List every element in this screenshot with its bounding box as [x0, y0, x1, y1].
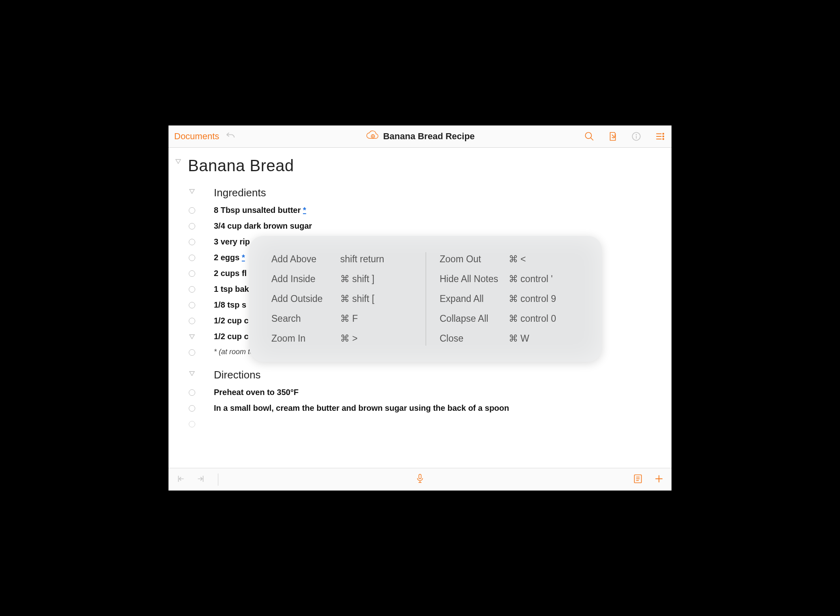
shortcut-label: Expand All — [440, 293, 509, 304]
shortcut-label: Zoom Out — [440, 254, 509, 265]
shortcut-row: Search ⌘ F — [271, 313, 412, 324]
app-cloud-icon[interactable] — [365, 129, 379, 144]
footnote-link[interactable]: * — [303, 206, 306, 215]
disclosure-triangle-icon[interactable] — [188, 187, 196, 195]
section-heading[interactable]: Directions — [202, 369, 261, 381]
bullet-handle-icon[interactable] — [188, 317, 196, 325]
shortcut-keys: ⌘ control ' — [509, 274, 553, 285]
shortcut-keys: ⌘ shift ] — [340, 274, 374, 285]
svg-point-1 — [585, 132, 591, 138]
shortcut-label: Collapse All — [440, 313, 509, 324]
shortcut-label: Add Outside — [271, 293, 340, 304]
svg-marker-10 — [176, 159, 181, 164]
undo-icon[interactable] — [225, 130, 236, 143]
item-label: 2 eggs — [214, 253, 242, 262]
shortcut-label: Close — [440, 333, 509, 344]
bullet-handle-icon[interactable] — [188, 270, 196, 278]
disclosure-triangle-icon[interactable] — [188, 333, 196, 341]
list-item[interactable]: 8 Tbsp unsalted butter * — [174, 203, 666, 217]
shortcut-row: Add Outside ⌘ shift [ — [271, 293, 412, 304]
section-heading[interactable]: Ingredients — [202, 187, 266, 199]
bottom-toolbar — [168, 468, 672, 491]
bullet-handle-icon[interactable] — [188, 420, 196, 428]
shortcut-row: Zoom Out ⌘ < — [440, 254, 580, 265]
shortcut-keys: ⌘ F — [340, 313, 358, 324]
shortcut-row: Close ⌘ W — [440, 333, 580, 344]
footnote-link[interactable]: * — [242, 253, 245, 262]
item-text[interactable]: 2 eggs * — [202, 253, 245, 262]
list-item[interactable]: In a small bowl, cream the butter and br… — [174, 401, 666, 415]
documents-button[interactable]: Documents — [174, 131, 219, 142]
top-toolbar: Documents Banana Bread Recipe — [168, 125, 672, 148]
svg-marker-13 — [190, 372, 194, 376]
list-item[interactable]: 3/4 cup dark brown sugar — [174, 219, 666, 233]
outline-title[interactable]: Banana Bread — [188, 157, 294, 174]
svg-marker-12 — [190, 335, 194, 339]
keyboard-shortcuts-overlay: Add Above shift return Add Inside ⌘ shif… — [249, 236, 602, 362]
svg-point-3 — [636, 134, 636, 135]
item-label: 8 Tbsp unsalted butter — [214, 206, 303, 215]
app-window: Documents Banana Bread Recipe — [163, 120, 677, 496]
svg-marker-11 — [190, 189, 194, 193]
shortcut-keys: ⌘ > — [340, 333, 358, 344]
shortcuts-column-right: Zoom Out ⌘ < Hide All Notes ⌘ control ' … — [440, 254, 580, 344]
shortcut-row: Hide All Notes ⌘ control ' — [440, 274, 580, 285]
list-item[interactable]: Preheat oven to 350°F — [174, 385, 666, 399]
shortcut-label: Hide All Notes — [440, 274, 509, 285]
section-row-ingredients[interactable]: Ingredients — [174, 184, 666, 202]
list-item[interactable] — [174, 417, 666, 431]
disclosure-triangle-icon[interactable] — [188, 370, 196, 378]
shortcut-row: Zoom In ⌘ > — [271, 333, 412, 344]
item-text[interactable]: 3 very rip — [202, 237, 250, 246]
svg-rect-14 — [419, 474, 421, 478]
item-text[interactable]: 8 Tbsp unsalted butter * — [202, 206, 306, 215]
bullet-handle-icon[interactable] — [188, 301, 196, 309]
bullet-handle-icon[interactable] — [188, 222, 196, 230]
more-menu-icon[interactable] — [654, 130, 666, 142]
shortcut-keys: ⌘ control 9 — [509, 293, 556, 304]
shortcut-row: Add Inside ⌘ shift ] — [271, 274, 412, 285]
disclosure-triangle-icon[interactable] — [174, 157, 182, 166]
shortcut-label: Add Inside — [271, 274, 340, 285]
bullet-handle-icon[interactable] — [188, 254, 196, 262]
item-text[interactable]: 1/8 tsp s — [202, 300, 246, 310]
shortcut-row: Add Above shift return — [271, 254, 412, 265]
item-text[interactable]: 3/4 cup dark brown sugar — [202, 221, 312, 231]
shortcut-label: Add Above — [271, 254, 340, 265]
shortcut-row: Collapse All ⌘ control 0 — [440, 313, 580, 324]
bullet-handle-icon[interactable] — [188, 285, 196, 293]
item-text[interactable]: In a small bowl, cream the butter and br… — [202, 404, 509, 413]
shortcut-keys: ⌘ shift [ — [340, 293, 374, 304]
shortcut-label: Search — [271, 313, 340, 324]
bullet-handle-icon[interactable] — [188, 238, 196, 246]
shortcut-keys: ⌘ control 0 — [509, 313, 556, 324]
shortcut-keys: ⌘ W — [509, 333, 529, 344]
outline-title-row[interactable]: Banana Bread — [174, 154, 666, 177]
styles-icon[interactable] — [607, 130, 619, 142]
item-text[interactable]: 1 tsp bak — [202, 285, 249, 294]
bullet-handle-icon[interactable] — [188, 348, 196, 357]
section-row-directions[interactable]: Directions — [174, 366, 666, 384]
shortcut-keys: shift return — [340, 254, 384, 265]
bullet-handle-icon[interactable] — [188, 389, 196, 397]
shortcut-keys: ⌘ < — [509, 254, 526, 265]
item-text[interactable]: 1/2 cup c — [202, 316, 249, 325]
bullet-handle-icon[interactable] — [188, 404, 196, 412]
item-text[interactable]: 2 cups fl — [202, 269, 247, 278]
overlay-divider — [426, 252, 426, 346]
svg-point-9 — [663, 138, 664, 140]
item-text[interactable]: Preheat oven to 350°F — [202, 388, 298, 397]
info-icon[interactable] — [630, 130, 642, 142]
search-icon[interactable] — [583, 130, 595, 142]
item-text[interactable]: 1/2 cup c — [202, 332, 249, 341]
document-title: Banana Bread Recipe — [383, 131, 475, 142]
dictation-mic-icon[interactable] — [415, 474, 425, 486]
svg-point-5 — [663, 133, 664, 134]
bullet-handle-icon[interactable] — [188, 206, 196, 215]
shortcut-row: Expand All ⌘ control 9 — [440, 293, 580, 304]
svg-point-7 — [663, 136, 664, 137]
shortcuts-column-left: Add Above shift return Add Inside ⌘ shif… — [271, 254, 412, 344]
shortcut-label: Zoom In — [271, 333, 340, 344]
outline-body[interactable]: Banana Bread Ingredients 8 Tbsp unsalted… — [168, 148, 672, 468]
